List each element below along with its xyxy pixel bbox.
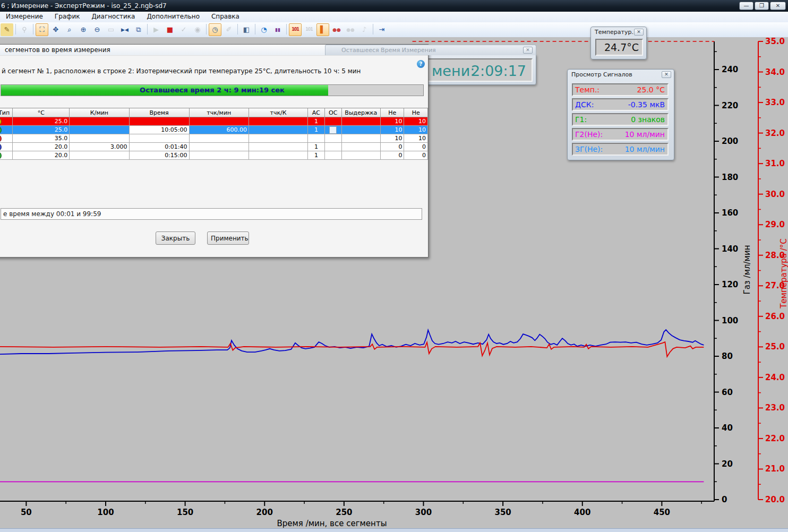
column-header-К/мин[interactable]: К/мин (70, 108, 129, 117)
gas-bottles-icon[interactable]: ▮▮ (271, 23, 284, 36)
cell-тчк/мин-row4[interactable] (189, 143, 249, 151)
cell-К/мин-row3[interactable] (70, 134, 129, 143)
cell-Время-row4[interactable]: 0:01:40 (129, 143, 189, 151)
segment-row-5[interactable]: 20.00:15:00100 (0, 151, 428, 160)
cell-°C-row4[interactable]: 20.0 (13, 143, 70, 151)
cell-Выдержка-row5[interactable] (341, 151, 380, 160)
menu-item-измерение[interactable]: Измерение (0, 12, 49, 22)
cell-Время-row5[interactable]: 0:15:00 (129, 151, 189, 160)
cell-тчк/К-row3[interactable] (249, 134, 308, 143)
stop-icon[interactable]: ■ (164, 23, 176, 36)
oc-checkbox[interactable] (329, 126, 337, 134)
cell-Не-row3[interactable]: 10 (404, 134, 428, 143)
thermometer-icon[interactable]: ▌ (316, 23, 329, 36)
remaining-time-window-titlebar[interactable]: Оставшееся Время Измерения ✕ (325, 45, 536, 55)
menu-item-диагностика[interactable]: Диагностика (85, 12, 141, 22)
cell-К/мин-row1[interactable] (70, 117, 129, 126)
cell-Время-row2[interactable]: 10:05:00 (129, 126, 189, 134)
cell-Время-row1[interactable] (129, 117, 189, 126)
signals-window-close-icon[interactable]: ✕ (662, 71, 671, 78)
cell-ОС-row3[interactable] (324, 134, 341, 143)
cell-°C-row5[interactable]: 20.0 (13, 151, 70, 160)
cell-АС-row5[interactable]: 1 (308, 151, 325, 160)
column-header-Тип[interactable]: Тип (0, 108, 13, 117)
cell-Время-row3[interactable] (129, 134, 189, 143)
cell-Выдержка-row4[interactable] (341, 143, 380, 151)
segment-row-4[interactable]: 20.03.0000:01:40100 (0, 143, 428, 151)
column-header-ОС[interactable]: ОС (324, 108, 341, 117)
zoom-tool-icon[interactable]: ⌕ (63, 23, 76, 36)
cell-°C-row2[interactable]: 25.0 (13, 126, 70, 134)
remaining-time-close-icon[interactable]: ✕ (523, 47, 533, 54)
menu-item-дополнительно[interactable]: Дополнительно (141, 12, 205, 22)
search-key-icon[interactable]: ⚲ (18, 23, 31, 36)
signal-dots-icon[interactable]: ●● (330, 23, 343, 36)
cell-Выдержка-row3[interactable] (341, 134, 380, 143)
copy-icon[interactable]: ⧉ (132, 23, 145, 36)
column-header-тчк/мин[interactable]: тчк/мин (189, 108, 249, 117)
cell-Не-row2[interactable]: 10 (404, 126, 428, 134)
cell-ОС-row4[interactable] (324, 143, 341, 151)
cell-тчк/К-row2[interactable] (249, 126, 308, 134)
cell-Не-row1[interactable]: 10 (380, 117, 404, 126)
column-header-Не[interactable]: Не (404, 108, 428, 117)
cell-К/мин-row2[interactable] (70, 126, 129, 134)
help-icon[interactable]: ? (417, 60, 425, 68)
fit-window-icon[interactable]: ⛶ (36, 23, 48, 36)
segment-row-2[interactable]: 25.010:05:00600.0011010 (0, 126, 428, 134)
cell-тчк/К-row1[interactable] (249, 117, 308, 126)
cell-ОС-row1[interactable] (324, 117, 341, 126)
close-dialog-button[interactable]: Закрыть (156, 231, 195, 245)
minimize-button[interactable]: — (739, 2, 753, 10)
cell-тчк/мин-row2[interactable]: 600.00 (189, 126, 249, 134)
cell-тчк/К-row4[interactable] (249, 143, 308, 151)
erase-icon[interactable]: ✐ (222, 23, 235, 36)
column-header-Не[interactable]: Не (380, 108, 404, 117)
standby-icon[interactable]: ◉ (191, 23, 204, 36)
cell-ОС-row2[interactable] (324, 126, 341, 134)
cell-тчк/мин-row1[interactable] (189, 117, 249, 126)
cell-К/мин-row5[interactable] (70, 151, 129, 160)
cell-Не-row5[interactable]: 0 (380, 151, 404, 160)
cell-Выдержка-row2[interactable] (341, 126, 380, 134)
temperature-window-close-icon[interactable]: ✕ (634, 29, 644, 36)
cell-Выдержка-row1[interactable] (341, 117, 380, 126)
apply-button[interactable]: Применить (207, 231, 249, 245)
segment-row-3[interactable]: 35.01010 (0, 134, 428, 143)
select-region-icon[interactable]: ▭ (105, 23, 117, 36)
column-header-Выдержка[interactable]: Выдержка (341, 108, 380, 117)
zoom-in-icon[interactable]: ⊕ (77, 23, 90, 36)
cell-АС-row3[interactable] (308, 134, 325, 143)
limits-off-icon[interactable]: 101 101 (303, 23, 315, 36)
close-button[interactable]: ✕ (770, 2, 786, 10)
exit-icon[interactable]: ⇥ (375, 23, 388, 36)
cell-тчк/мин-row5[interactable] (189, 151, 249, 160)
segment-time-icon[interactable]: ◷ (209, 23, 221, 36)
cell-ОС-row5[interactable] (324, 151, 341, 160)
cell-К/мин-row4[interactable]: 3.000 (70, 143, 129, 151)
column-header-тчк/К[interactable]: тчк/К (249, 108, 308, 117)
cell-Не-row5[interactable]: 0 (404, 151, 428, 160)
cell-АС-row2[interactable]: 1 (308, 126, 325, 134)
edit-note-icon[interactable]: ✎ (1, 23, 13, 36)
column-header-°C[interactable]: °C (13, 108, 70, 117)
cell-АС-row4[interactable]: 1 (308, 143, 325, 151)
power-clock-icon[interactable]: ◔ (258, 23, 270, 36)
cell-°C-row3[interactable]: 35.0 (13, 134, 70, 143)
cell-Не-row3[interactable]: 10 (380, 134, 404, 143)
align-cursors-icon[interactable]: ▶◀ (118, 23, 131, 36)
segment-row-1[interactable]: 25.011010 (0, 117, 428, 126)
limits-on-icon[interactable]: 101 101 (289, 23, 302, 36)
run-icon[interactable]: ▶ (150, 23, 162, 36)
monitor-icon[interactable]: ◧ (240, 23, 253, 36)
zoom-out-icon[interactable]: ⊖ (91, 23, 104, 36)
cell-Не-row2[interactable]: 10 (380, 126, 404, 134)
cell-Не-row4[interactable]: 0 (380, 143, 404, 151)
cell-Не-row1[interactable]: 10 (404, 117, 428, 126)
cell-°C-row1[interactable]: 25.0 (13, 117, 70, 126)
column-header-АС[interactable]: АС (308, 108, 325, 117)
check-icon[interactable]: ✓ (177, 23, 190, 36)
tune-icon[interactable]: ♪ (358, 23, 371, 36)
menu-item-справка[interactable]: Справка (205, 12, 245, 22)
cell-тчк/мин-row3[interactable] (189, 134, 249, 143)
